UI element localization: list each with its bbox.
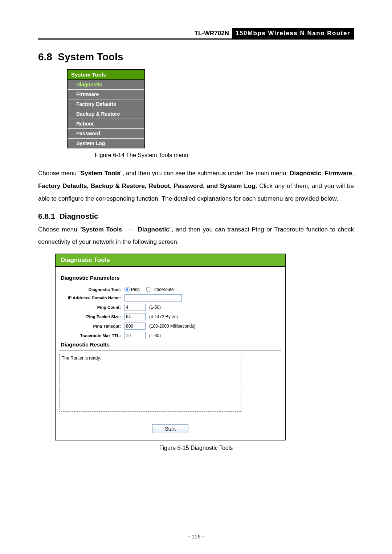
ping-count-input[interactable] (124, 304, 146, 311)
text: Choose menu " (38, 170, 81, 177)
diagnostic-tool-label: Diagnostic Tool: (59, 287, 124, 292)
menu-item-firmware[interactable]: Firmware (68, 90, 144, 99)
section-title: System Tools (58, 51, 123, 62)
bold-text: Factory Defaults, Backup & Restore, Rebo… (38, 182, 257, 189)
ip-address-label: IP Address/ Domain Name: (59, 296, 124, 300)
header-description: 150Mbps Wireless N Nano Router (232, 28, 354, 38)
ping-timeout-hint: (100-2000 Milliseconds) (149, 324, 195, 329)
start-button[interactable]: Start (152, 424, 188, 433)
traceroute-radio-label: Traceroute (153, 287, 174, 292)
bold-text: Diagnostic (290, 170, 321, 177)
ping-packet-size-hint: (4-1472 Bytes) (149, 314, 178, 319)
bold-text: System Tools (82, 226, 122, 233)
intro-paragraph: Choose menu "System Tools", and then you… (38, 167, 354, 205)
subsection-heading: 6.8.1 Diagnostic (38, 212, 354, 221)
header-model: TL-WR702N (38, 28, 232, 38)
bold-text: System Tools (81, 170, 120, 177)
system-tools-menu: System Tools Diagnostic Firmware Factory… (67, 69, 145, 148)
ping-packet-size-input[interactable] (124, 313, 146, 320)
ping-radio-label: Ping (131, 287, 140, 292)
menu-header: System Tools (68, 70, 144, 80)
document-header: TL-WR702N 150Mbps Wireless N Nano Router (38, 28, 354, 40)
ping-timeout-label: Ping Timeout: (59, 324, 124, 328)
bold-text: Diagnostic (138, 226, 170, 233)
ping-radio[interactable] (124, 287, 130, 292)
diagnostic-tools-panel: Diagnostic Tools Diagnostic Parameters D… (55, 254, 286, 440)
section-number: 6.8 (38, 51, 52, 62)
menu-item-diagnostic[interactable]: Diagnostic (68, 80, 144, 90)
figure-6-14-caption: Figure 6-14 The System Tools menu (95, 152, 188, 159)
diagnostic-panel-title: Diagnostic Tools (56, 254, 285, 267)
traceroute-max-ttl-label: Traceroute Max TTL: (59, 333, 124, 338)
figure-6-15-caption: Figure 6-15 Diagnostic Tools (38, 445, 354, 451)
ip-address-input[interactable] (124, 294, 182, 301)
menu-item-system-log[interactable]: System Log (68, 139, 144, 148)
menu-item-backup-restore[interactable]: Backup & Restore (68, 109, 144, 119)
traceroute-radio[interactable] (146, 287, 151, 292)
ping-packet-size-label: Ping Packet Size: (59, 315, 124, 319)
text: Choose menu " (38, 226, 82, 233)
page-number: - 116 - (0, 533, 392, 539)
diagnostic-paragraph: Choose menu "System Tools → Diagnostic",… (38, 223, 354, 249)
menu-item-factory-defaults[interactable]: Factory Defaults (68, 99, 144, 109)
traceroute-max-ttl-hint: (1-30) (149, 333, 161, 338)
diagnostic-result-text: The Router is ready. (62, 356, 101, 361)
traceroute-max-ttl-input (124, 332, 146, 339)
diagnostic-parameters-label: Diagnostic Parameters (59, 275, 281, 284)
text: , (352, 170, 354, 177)
ping-count-label: Ping Count: (59, 305, 124, 309)
subsection-title: Diagnostic (59, 212, 98, 220)
bold-text: Firmware (325, 170, 352, 177)
menu-item-password[interactable]: Password (68, 129, 144, 139)
diagnostic-results-label: Diagnostic Results (59, 341, 281, 351)
text: ", and then you can see the submenus und… (120, 170, 290, 177)
section-heading: 6.8 System Tools (38, 51, 354, 63)
ping-count-hint: (1-50) (149, 305, 161, 310)
ping-timeout-input[interactable] (124, 323, 146, 330)
diagnostic-results-box: The Router is ready. (59, 354, 241, 412)
arrow-icon: → (127, 226, 133, 233)
subsection-number: 6.8.1 (38, 212, 55, 220)
menu-item-reboot[interactable]: Reboot (68, 119, 144, 129)
text: , (321, 170, 325, 177)
